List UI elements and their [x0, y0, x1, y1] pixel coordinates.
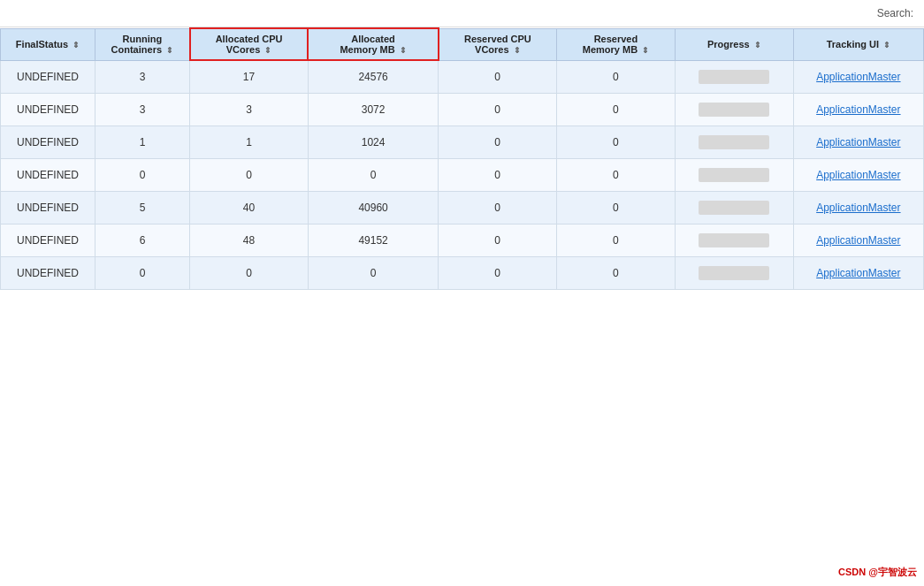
table-cell-reservedCPU: 0 [439, 224, 557, 256]
column-header-runningContainers[interactable]: RunningContainers ⇕ [95, 28, 190, 60]
table-cell-reservedCPU: 0 [439, 191, 557, 224]
table-cell-runningContainers: 6 [95, 224, 190, 256]
table-cell-reservedMem: 0 [557, 224, 676, 256]
table-cell-progress [675, 191, 793, 224]
table-cell-reservedCPU: 0 [439, 126, 557, 158]
table-cell-runningContainers: 0 [95, 158, 190, 191]
table-cell-reservedCPU: 0 [439, 93, 557, 126]
table-cell-progress [675, 224, 793, 256]
table-cell-finalStatus: UNDEFINED [1, 158, 95, 191]
table-cell-reservedMem: 0 [557, 126, 676, 158]
progress-bar-container [699, 135, 769, 149]
table-row: UNDEFINED00000ApplicationMaster [1, 158, 924, 191]
table-cell-allocCPU: 0 [190, 158, 309, 191]
table-cell-reservedMem: 0 [557, 191, 676, 224]
table-header: FinalStatus ⇕RunningContainers ⇕Allocate… [1, 28, 924, 60]
table-cell-reservedCPU: 0 [439, 256, 557, 289]
table-cell-reservedMem: 0 [557, 256, 676, 289]
column-header-progress[interactable]: Progress ⇕ [675, 28, 793, 60]
progress-bar-container [699, 233, 769, 247]
table-cell-progress [675, 158, 793, 191]
progress-bar-container [699, 103, 769, 117]
column-header-allocCPU[interactable]: Allocated CPUVCores ⇕ [190, 28, 309, 60]
table-row: UNDEFINED00000ApplicationMaster [1, 256, 924, 289]
table-cell-allocCPU: 40 [190, 191, 309, 224]
sort-icon: ⇕ [73, 41, 80, 49]
table-row: UNDEFINED33307200ApplicationMaster [1, 93, 924, 126]
table-cell-allocCPU: 17 [190, 60, 309, 93]
progress-bar-container [699, 70, 769, 84]
column-header-reservedCPU[interactable]: Reserved CPUVCores ⇕ [439, 28, 557, 60]
column-header-finalStatus[interactable]: FinalStatus ⇕ [1, 28, 95, 60]
search-label: Search: [877, 4, 913, 23]
table-cell-progress [675, 60, 793, 93]
table-cell-allocMem: 40960 [308, 191, 438, 224]
progress-bar-container [699, 201, 769, 215]
sort-icon: ⇕ [754, 41, 761, 49]
table-cell-allocMem: 3072 [308, 93, 438, 126]
table-cell-runningContainers: 0 [95, 256, 190, 289]
table-cell-reservedCPU: 0 [439, 60, 557, 93]
table-cell-allocMem: 0 [308, 256, 438, 289]
table-cell-trackingUI[interactable]: ApplicationMaster [793, 256, 923, 289]
table-body: UNDEFINED3172457600ApplicationMasterUNDE… [1, 60, 924, 289]
table-cell-runningContainers: 3 [95, 60, 190, 93]
table-cell-progress [675, 256, 793, 289]
column-header-trackingUI[interactable]: Tracking UI ⇕ [793, 28, 923, 60]
table-row: UNDEFINED11102400ApplicationMaster [1, 126, 924, 158]
table-row: UNDEFINED3172457600ApplicationMaster [1, 60, 924, 93]
table-cell-runningContainers: 5 [95, 191, 190, 224]
table-cell-trackingUI[interactable]: ApplicationMaster [793, 224, 923, 256]
table-cell-finalStatus: UNDEFINED [1, 126, 95, 158]
table-cell-reservedMem: 0 [557, 158, 676, 191]
table-cell-runningContainers: 1 [95, 126, 190, 158]
table-cell-progress [675, 126, 793, 158]
table-cell-trackingUI[interactable]: ApplicationMaster [793, 60, 923, 93]
column-header-reservedMem[interactable]: ReservedMemory MB ⇕ [557, 28, 676, 60]
table-cell-trackingUI[interactable]: ApplicationMaster [793, 93, 923, 126]
table-cell-finalStatus: UNDEFINED [1, 224, 95, 256]
table-cell-allocCPU: 0 [190, 256, 309, 289]
sort-icon: ⇕ [514, 46, 521, 55]
table-cell-runningContainers: 3 [95, 93, 190, 126]
progress-bar-container [699, 266, 769, 280]
table-cell-progress [675, 93, 793, 126]
table-cell-allocMem: 0 [308, 158, 438, 191]
table-cell-trackingUI[interactable]: ApplicationMaster [793, 126, 923, 158]
table-cell-allocCPU: 48 [190, 224, 309, 256]
sort-icon: ⇕ [642, 46, 649, 55]
sort-icon: ⇕ [166, 46, 173, 55]
sort-icon: ⇕ [264, 46, 271, 55]
table-cell-reservedMem: 0 [557, 60, 676, 93]
column-header-allocMem[interactable]: AllocatedMemory MB ⇕ [308, 28, 438, 60]
table-cell-reservedMem: 0 [557, 93, 676, 126]
progress-bar-container [699, 168, 769, 182]
top-bar: Search: [0, 0, 924, 27]
table-row: UNDEFINED5404096000ApplicationMaster [1, 191, 924, 224]
table-cell-allocMem: 24576 [308, 60, 438, 93]
table-wrapper: FinalStatus ⇕RunningContainers ⇕Allocate… [0, 27, 924, 290]
table-cell-finalStatus: UNDEFINED [1, 60, 95, 93]
table-cell-allocCPU: 1 [190, 126, 309, 158]
main-table: FinalStatus ⇕RunningContainers ⇕Allocate… [0, 27, 924, 290]
sort-icon: ⇕ [883, 41, 890, 49]
table-cell-allocMem: 1024 [308, 126, 438, 158]
table-cell-trackingUI[interactable]: ApplicationMaster [793, 191, 923, 224]
table-cell-finalStatus: UNDEFINED [1, 256, 95, 289]
table-row: UNDEFINED6484915200ApplicationMaster [1, 224, 924, 256]
table-cell-allocCPU: 3 [190, 93, 309, 126]
sort-icon: ⇕ [400, 46, 407, 55]
table-cell-finalStatus: UNDEFINED [1, 191, 95, 224]
table-cell-allocMem: 49152 [308, 224, 438, 256]
table-cell-trackingUI[interactable]: ApplicationMaster [793, 158, 923, 191]
table-cell-reservedCPU: 0 [439, 158, 557, 191]
table-cell-finalStatus: UNDEFINED [1, 93, 95, 126]
